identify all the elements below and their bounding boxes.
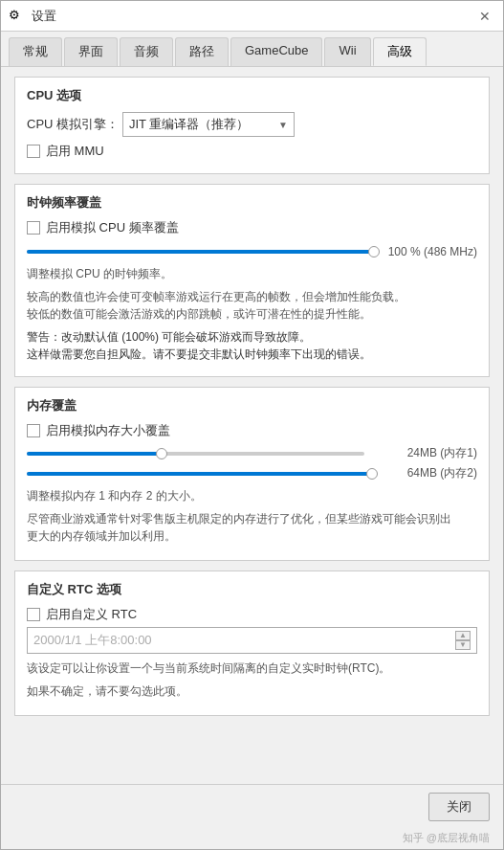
clock-section-title: 时钟频率覆盖 xyxy=(27,194,477,212)
tab-general[interactable]: 常规 xyxy=(9,37,62,66)
footer: 关闭 xyxy=(1,784,503,829)
cpu-engine-dropdown[interactable]: JIT 重编译器（推荐） ▼ xyxy=(122,112,295,137)
window-title: 设置 xyxy=(32,8,474,25)
memory-slider1-track xyxy=(27,452,364,456)
memory-slider2-value: 64MB (内存2) xyxy=(372,465,477,481)
memory-override-checkbox[interactable] xyxy=(27,424,40,437)
memory-desc1: 调整模拟内存 1 和内存 2 的大小。 xyxy=(27,487,477,504)
tab-gamecube[interactable]: GameCube xyxy=(230,37,322,66)
memory-slider2-thumb[interactable] xyxy=(366,468,378,480)
clock-slider-container: 100 % (486 MHz) xyxy=(27,242,477,261)
cpu-engine-label: CPU 模拟引擎： xyxy=(27,116,122,133)
cpu-override-label: 启用模拟 CPU 频率覆盖 xyxy=(46,219,179,236)
cpu-override-checkbox[interactable] xyxy=(27,221,40,235)
rtc-datetime-input[interactable]: 2000/1/1 上午8:00:00 ▲ ▼ xyxy=(27,627,477,654)
clock-section: 时钟频率覆盖 启用模拟 CPU 频率覆盖 100 % (486 MHz) 调整模… xyxy=(14,184,490,377)
clock-warn: 警告：改动默认值 (100%) 可能会破坏游戏而导致故障。这样做需要您自担风险。… xyxy=(27,328,477,363)
rtc-section: 自定义 RTC 选项 启用自定义 RTC 2000/1/1 上午8:00:00 … xyxy=(14,570,490,716)
tab-audio[interactable]: 音频 xyxy=(120,37,173,66)
clock-desc2: 较高的数值也许会使可变帧率游戏运行在更高的帧数，但会增加性能负载。较低的数值可能… xyxy=(27,288,477,323)
settings-window: ⚙ 设置 ✕ 常规 界面 音频 路径 GameCube Wii 高级 CPU 选… xyxy=(0,0,504,850)
window-icon: ⚙ xyxy=(9,8,26,25)
rtc-spin-down[interactable]: ▼ xyxy=(455,640,471,650)
cpu-section: CPU 选项 CPU 模拟引擎： JIT 重编译器（推荐） ▼ 启用 MMU xyxy=(14,77,490,174)
memory-desc2: 尽管商业游戏通常针对零售版主机限定的内存进行了优化，但某些游戏可能会识别出更大的… xyxy=(27,510,477,545)
memory-section: 内存覆盖 启用模拟内存大小覆盖 24MB (内存1) 64MB (内存2) xyxy=(14,387,490,561)
memory-slider1-row: 24MB (内存1) xyxy=(27,445,477,461)
clock-slider-thumb[interactable] xyxy=(368,246,380,257)
tab-wii[interactable]: Wii xyxy=(324,37,370,66)
tab-interface[interactable]: 界面 xyxy=(64,37,118,66)
rtc-datetime-value: 2000/1/1 上午8:00:00 xyxy=(33,632,152,649)
memory-slider2-fill xyxy=(27,472,372,476)
close-window-button[interactable]: ✕ xyxy=(474,6,495,27)
rtc-spinners: ▲ ▼ xyxy=(455,631,471,650)
rtc-desc2: 如果不确定，请不要勾选此项。 xyxy=(27,682,477,700)
clock-slider-value: 100 % (486 MHz) xyxy=(382,245,477,258)
mmu-checkbox[interactable] xyxy=(27,145,40,158)
cpu-engine-row: CPU 模拟引擎： JIT 重编译器（推荐） ▼ xyxy=(27,112,477,137)
memory-slider1-value: 24MB (内存1) xyxy=(372,445,477,461)
rtc-section-title: 自定义 RTC 选项 xyxy=(27,581,477,598)
rtc-enable-row: 启用自定义 RTC xyxy=(27,606,477,623)
tab-paths[interactable]: 路径 xyxy=(175,37,229,66)
clock-desc1: 调整模拟 CPU 的时钟频率。 xyxy=(27,265,477,282)
content-area: CPU 选项 CPU 模拟引擎： JIT 重编译器（推荐） ▼ 启用 MMU 时… xyxy=(1,67,503,784)
rtc-enable-label: 启用自定义 RTC xyxy=(46,606,137,623)
cpu-override-row: 启用模拟 CPU 频率覆盖 xyxy=(27,219,477,236)
rtc-desc1: 该设定可以让你设置一个与当前系统时间隔离的自定义实时时钟(RTC)。 xyxy=(27,660,477,677)
watermark: 知乎 @底层视角喵 xyxy=(1,829,503,849)
mmu-label: 启用 MMU xyxy=(46,143,104,160)
rtc-enable-checkbox[interactable] xyxy=(27,608,40,621)
clock-slider-fill xyxy=(27,250,374,254)
cpu-engine-value: JIT 重编译器（推荐） xyxy=(129,116,273,133)
close-button[interactable]: 关闭 xyxy=(428,793,490,821)
rtc-spin-up[interactable]: ▲ xyxy=(455,631,471,640)
cpu-section-title: CPU 选项 xyxy=(27,87,477,104)
memory-slider2-track xyxy=(27,472,372,476)
memory-slider1-fill xyxy=(27,452,162,456)
memory-slider2-row: 64MB (内存2) xyxy=(27,465,477,481)
tab-bar: 常规 界面 音频 路径 GameCube Wii 高级 xyxy=(1,32,503,67)
memory-slider1-thumb[interactable] xyxy=(156,448,167,459)
memory-override-row: 启用模拟内存大小覆盖 xyxy=(27,422,477,439)
mmu-row: 启用 MMU xyxy=(27,143,477,160)
memory-section-title: 内存覆盖 xyxy=(27,397,477,414)
tab-advanced[interactable]: 高级 xyxy=(373,37,427,66)
title-bar: ⚙ 设置 ✕ xyxy=(1,1,503,32)
memory-override-label: 启用模拟内存大小覆盖 xyxy=(46,422,170,439)
dropdown-arrow-icon: ▼ xyxy=(278,120,288,130)
clock-slider-track xyxy=(27,250,374,254)
